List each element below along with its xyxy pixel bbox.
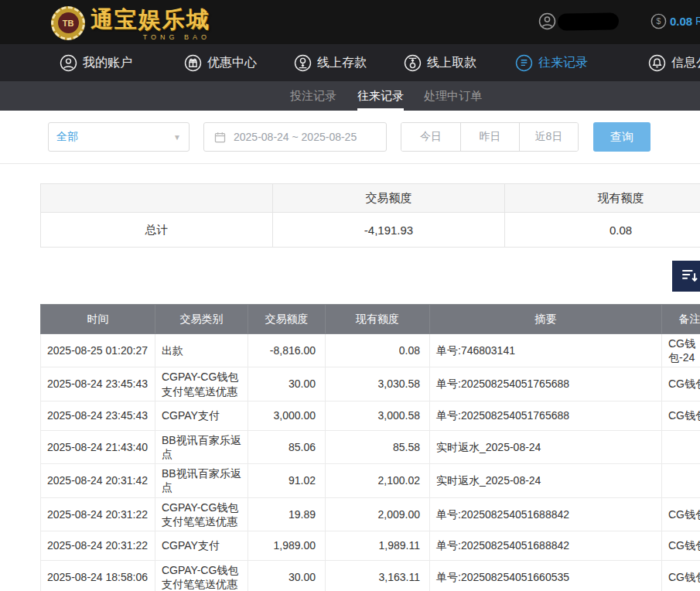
nav-item-my-account[interactable]: 我的账户 — [60, 44, 132, 81]
logo-text: 通宝娱乐城 TONG BAO — [90, 5, 210, 41]
cell-note: CG钱包 — [662, 560, 700, 591]
cell-note: CG钱包 — [662, 401, 700, 430]
cell-type: BB视讯百家乐返点 — [155, 464, 248, 497]
balance-currency-icon: $ — [650, 13, 667, 29]
quick-range-group: 今日 昨日 近8日 — [401, 122, 579, 152]
cell-balance: 1,989.11 — [326, 531, 430, 560]
cell-summary: 单号:202508254051660535 — [430, 560, 662, 591]
type-filter-select[interactable]: 全部 ▼ — [48, 122, 190, 152]
table-row: 2025-08-24 18:58:06 CGPAY-CG钱包支付笔笔送优惠 30… — [41, 560, 700, 591]
topbar: TB 通宝娱乐城 TONG BAO $ 0.08 R — [0, 0, 700, 44]
summary-total-label: 总计 — [41, 213, 273, 248]
table-row: 2025-08-24 20:31:42 BB视讯百家乐返点 91.02 2,10… — [41, 464, 700, 497]
section-divider — [0, 163, 700, 164]
tab-betting-records[interactable]: 投注记录 — [290, 81, 336, 111]
cell-summary: 实时返水_2025-08-24 — [430, 430, 662, 463]
table-row: 2025-08-25 01:20:27 出款 -8,816.00 0.08 单号… — [41, 334, 700, 367]
balance-amount: 0.08 — [670, 15, 692, 28]
cell-time: 2025-08-25 01:20:27 — [41, 334, 155, 367]
chevron-down-icon: ▼ — [173, 133, 181, 142]
cell-type: BB视讯百家乐返点 — [155, 430, 248, 463]
cell-type: 出款 — [155, 334, 248, 367]
sub-tabbar: 投注记录 往来记录 处理中订单 — [0, 81, 700, 111]
cell-amount: 3,000.00 — [248, 401, 326, 430]
nav-item-label: 线上取款 — [427, 55, 476, 71]
cell-type: CGPAY支付 — [155, 401, 248, 430]
cell-amount: 1,989.00 — [248, 531, 326, 560]
cell-type: CGPAY-CG钱包支付笔笔送优惠 — [155, 497, 248, 531]
cell-type: CGPAY-CG钱包支付笔笔送优惠 — [155, 367, 248, 401]
cell-summary: 单号:202508254051765688 — [430, 401, 662, 430]
user-icon — [60, 54, 77, 72]
cell-amount: -8,816.00 — [248, 334, 326, 367]
table-row: 2025-08-24 21:43:40 BB视讯百家乐返点 85.06 85.5… — [41, 430, 700, 463]
summary-transaction-total: -4,191.93 — [273, 213, 505, 248]
logo-title: 通宝娱乐城 — [90, 5, 210, 36]
nav-item-deposit[interactable]: 线上存款 — [294, 44, 367, 81]
logo-chip-icon: TB — [51, 6, 85, 40]
bell-icon — [648, 54, 666, 72]
cell-balance: 3,030.58 — [326, 367, 430, 401]
search-button[interactable]: 查询 — [593, 122, 650, 152]
date-range-picker[interactable]: 2025-08-24 ~ 2025-08-25 — [203, 122, 387, 152]
cell-summary: 单号:202508254051765688 — [430, 367, 662, 401]
summary-table: 交易额度 现有额度 总计 -4,191.93 0.08 — [40, 183, 700, 248]
cell-note: CG钱包 — [662, 367, 700, 401]
username-redacted[interactable] — [558, 12, 619, 30]
last-8-days-button[interactable]: 近8日 — [519, 123, 578, 151]
today-button[interactable]: 今日 — [401, 123, 460, 151]
calendar-icon — [213, 131, 227, 144]
cell-note: CG钱包 — [662, 497, 700, 531]
header-time: 时间 — [41, 305, 155, 334]
header-type: 交易类别 — [155, 305, 248, 334]
cell-amount: 30.00 — [248, 560, 326, 591]
user-avatar-icon[interactable] — [538, 12, 556, 30]
records-table: 时间 交易类别 交易额度 现有额度 摘要 备注 2025-08-25 01:20… — [40, 304, 700, 591]
type-filter-value: 全部 — [56, 130, 78, 144]
records-icon — [515, 54, 533, 72]
summary-header-balance: 现有额度 — [505, 184, 700, 213]
cell-balance: 2,009.00 — [326, 497, 430, 531]
yesterday-button[interactable]: 昨日 — [460, 123, 519, 151]
cell-summary: 单号:202508254051688842 — [430, 497, 662, 531]
withdraw-icon — [404, 54, 422, 72]
sort-order-button[interactable] — [672, 261, 700, 292]
cell-time: 2025-08-24 20:31:22 — [41, 497, 155, 531]
cell-note — [662, 464, 700, 497]
cell-amount: 30.00 — [248, 367, 326, 401]
table-row: 2025-08-24 23:45:43 CGPAY-CG钱包支付笔笔送优惠 30… — [41, 367, 700, 401]
tab-transaction-records[interactable]: 往来记录 — [357, 81, 404, 111]
records-header-row: 时间 交易类别 交易额度 现有额度 摘要 备注 — [41, 305, 700, 334]
table-row: 2025-08-24 23:45:43 CGPAY支付 3,000.00 3,0… — [41, 401, 700, 430]
tab-processing-orders[interactable]: 处理中订单 — [424, 81, 482, 111]
cell-balance: 85.58 — [326, 430, 430, 463]
nav-item-label: 我的账户 — [83, 55, 132, 71]
logo: TB 通宝娱乐城 TONG BAO — [51, 5, 210, 41]
nav-item-announcements[interactable]: 信息公告 — [648, 44, 700, 81]
gift-icon — [184, 54, 202, 72]
nav-item-label: 往来记录 — [538, 55, 588, 71]
filter-bar: 全部 ▼ 2025-08-24 ~ 2025-08-25 今日 昨日 近8日 查… — [48, 122, 700, 152]
nav-item-promotions[interactable]: 优惠中心 — [184, 44, 257, 81]
cell-type: CGPAY-CG钱包支付笔笔送优惠 — [155, 560, 248, 591]
nav-item-label: 信息公告 — [671, 55, 700, 71]
header-note: 备注 — [662, 305, 700, 334]
nav-item-records[interactable]: 往来记录 — [515, 44, 588, 81]
cell-time: 2025-08-24 21:43:40 — [41, 430, 155, 463]
nav-item-withdraw[interactable]: 线上取款 — [404, 44, 476, 81]
header-balance: 现有额度 — [326, 305, 430, 334]
records-section: 时间 交易类别 交易额度 现有额度 摘要 备注 2025-08-25 01:20… — [40, 304, 700, 591]
cell-balance: 0.08 — [326, 334, 430, 367]
cell-time: 2025-08-24 23:45:43 — [41, 401, 155, 430]
summary-section: 交易额度 现有额度 总计 -4,191.93 0.08 — [40, 183, 700, 248]
cell-type: CGPAY支付 — [155, 531, 248, 560]
cell-amount: 85.06 — [248, 430, 326, 463]
cell-note: CG钱包-24 — [662, 334, 700, 367]
cell-balance: 3,163.11 — [326, 560, 430, 591]
cell-time: 2025-08-24 18:58:06 — [41, 560, 155, 591]
header-summary: 摘要 — [430, 305, 662, 334]
cell-summary: 单号:202508254051688842 — [430, 531, 662, 560]
cell-time: 2025-08-24 20:31:22 — [41, 531, 155, 560]
summary-header-transaction: 交易额度 — [273, 184, 505, 213]
sort-descending-icon — [680, 266, 698, 287]
